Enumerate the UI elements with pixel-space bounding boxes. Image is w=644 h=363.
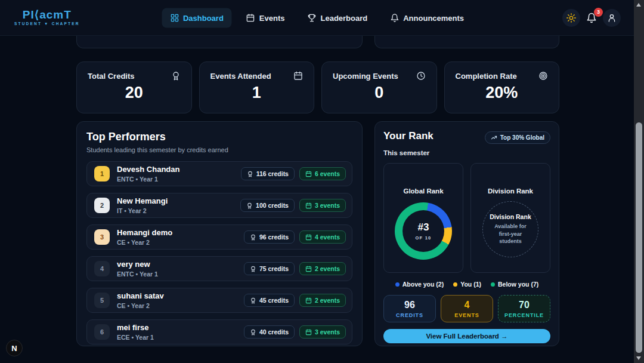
logo-subtext: STUDENT ▼ CHAPTER (14, 22, 80, 26)
rank-badge: 3 (94, 229, 110, 245)
logo-text: PI⟨acmT (23, 9, 72, 20)
events-stat-box: 4 EVENTS (441, 295, 493, 322)
legend-above-you: Above you (2) (395, 281, 444, 288)
acm-chapter-logo[interactable]: PI⟨acmT STUDENT ▼ CHAPTER (14, 9, 80, 26)
calendar-icon (305, 297, 312, 304)
tab-dashboard[interactable]: Dashboard (162, 8, 232, 27)
global-rank-value: #3 (418, 222, 429, 233)
top-performers-subtitle: Students leading this semester by credit… (86, 146, 352, 153)
performer-row: 2 New Hemangi IT • Year 2 100 credits 3 … (86, 193, 352, 218)
top-performers-title: Top Performers (86, 131, 352, 143)
navbar: PI⟨acmT STUDENT ▼ CHAPTER Dashboard Even… (0, 0, 634, 36)
profile-button[interactable] (603, 9, 621, 27)
stat-card-total-credits: Total Credits 20 (76, 61, 192, 113)
legend-dot (395, 282, 400, 287)
events-pill: 3 events (299, 325, 346, 339)
user-icon (607, 13, 617, 23)
scrollbar-thumb[interactable] (636, 122, 642, 353)
vertical-scrollbar[interactable] (634, 0, 644, 363)
credits-pill: 100 credits (240, 199, 295, 212)
stat-card-completion-rate: Completion Rate 20% (444, 61, 560, 113)
nav-tabs: Dashboard Events Leaderboard Announcemen… (162, 8, 472, 27)
nextjs-devtools-badge[interactable]: N (6, 340, 23, 356)
global-rank-chart: #3 OF 10 (395, 202, 452, 260)
dashboard-lower-row: Top Performers Students leading this sem… (76, 121, 559, 346)
percentile-stat-box: 70 PERCENTILE (498, 295, 550, 322)
stat-card-upcoming-events: Upcoming Events 0 (321, 61, 437, 113)
main-content: Total Credits 20 Events Attended 1 Upcom… (76, 36, 559, 346)
events-pill: 6 events (299, 167, 346, 180)
stat-value: 1 (210, 84, 304, 102)
global-rank-panel: Global Rank #3 OF 10 (383, 163, 463, 273)
performer-row: 1 Devesh Chandan ENTC • Year 1 116 credi… (86, 161, 352, 186)
scrolled-cards-row (76, 36, 559, 48)
performer-row: 4 very new ENTC • Year 1 75 credits 2 ev… (86, 256, 352, 281)
performer-name: mei firse (117, 323, 154, 332)
legend-you: You (1) (453, 281, 481, 288)
medal-icon (250, 297, 256, 304)
performer-meta: CE • Year 2 (117, 239, 172, 246)
stat-label: Completion Rate (456, 72, 517, 81)
credits-pill: 75 credits (244, 262, 295, 275)
stat-card-events-attended: Events Attended 1 (199, 61, 315, 113)
target-icon (538, 71, 548, 81)
your-rank-card: Your Rank Top 30% Global This semester G… (374, 121, 559, 346)
performer-meta: ECE • Year 1 (117, 334, 154, 341)
performer-meta: ENTC • Year 1 (117, 176, 179, 183)
clock-icon (416, 71, 426, 81)
tab-announcements[interactable]: Announcements (382, 8, 472, 27)
legend-dot (453, 282, 457, 287)
medal-icon (246, 202, 253, 209)
view-full-leaderboard-button[interactable]: View Full Leaderboard → (383, 329, 550, 343)
tab-label: Events (259, 13, 285, 22)
tab-label: Leaderboard (320, 13, 367, 22)
medal-icon (247, 171, 253, 177)
credits-pill: 116 credits (241, 167, 295, 180)
dashboard-grid-icon (170, 13, 179, 22)
stat-label: Total Credits (88, 72, 135, 81)
notifications-button[interactable]: 3 (583, 9, 600, 27)
partial-card-left (76, 36, 363, 48)
performer-name: New Hemangi (117, 196, 168, 205)
rank-badge: 4 (94, 261, 110, 276)
performer-row: 3 Hemangi demo CE • Year 2 96 credits 4 … (86, 224, 352, 250)
calendar-icon (305, 171, 312, 177)
events-pill: 2 events (299, 294, 346, 307)
top-global-badge: Top 30% Global (485, 131, 550, 144)
tab-label: Dashboard (183, 13, 224, 22)
stats-row: Total Credits 20 Events Attended 1 Upcom… (76, 61, 559, 113)
stat-value: 20 (88, 84, 181, 102)
your-rank-title: Your Rank (383, 130, 434, 142)
stat-value: 0 (333, 84, 426, 102)
scrollbar-down-arrow[interactable] (636, 356, 641, 360)
credits-pill: 96 credits (244, 230, 295, 244)
bell-icon (390, 13, 399, 22)
global-rank-total: OF 10 (416, 235, 432, 241)
navbar-actions: 3 (562, 9, 621, 27)
performer-row: 6 mei firse ECE • Year 1 40 credits 3 ev… (86, 319, 352, 344)
calendar-icon (305, 234, 312, 241)
calendar-icon (305, 266, 312, 272)
legend-below-you: Below you (7) (491, 281, 538, 288)
stat-value: 20% (456, 84, 549, 102)
credits-pill: 40 credits (244, 325, 295, 339)
rank-chart-legend: Above you (2) You (1) Below you (7) (383, 281, 550, 288)
performer-meta: CE • Year 2 (117, 302, 164, 309)
notification-count-badge: 3 (594, 8, 603, 17)
tab-events[interactable]: Events (238, 8, 293, 27)
stat-label: Events Attended (210, 72, 271, 81)
performer-name: suhani satav (117, 291, 164, 300)
calendar-icon (305, 329, 312, 336)
events-pill: 4 events (299, 230, 346, 244)
credits-stat-box: 96 CREDITS (383, 295, 436, 322)
performer-meta: IT • Year 2 (117, 207, 168, 214)
scrollbar-up-arrow[interactable] (636, 3, 641, 7)
theme-toggle-button[interactable] (562, 9, 580, 27)
performer-name: Devesh Chandan (117, 165, 179, 174)
rank-badge: 6 (94, 324, 110, 340)
your-rank-subtitle: This semester (383, 149, 550, 156)
partial-card-right (374, 36, 559, 48)
rank-badge: 2 (94, 198, 110, 213)
performer-name: Hemangi demo (117, 228, 172, 237)
tab-leaderboard[interactable]: Leaderboard (299, 8, 376, 27)
